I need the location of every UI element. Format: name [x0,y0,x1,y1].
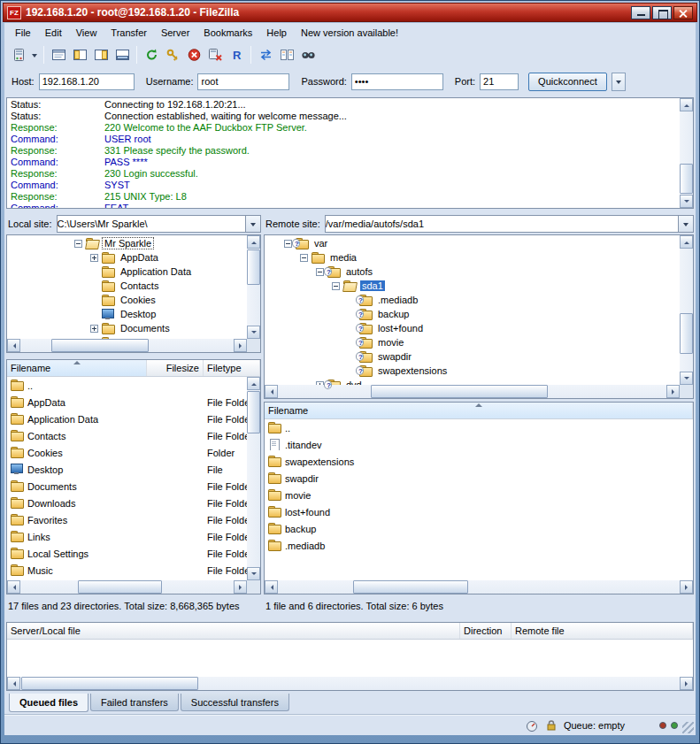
local-tree-vscrollbar[interactable] [247,235,260,339]
scroll-up-button[interactable] [247,377,260,390]
remote-list-hscrollbar[interactable] [265,580,693,594]
close-button[interactable] [673,6,693,19]
log-scrollbar[interactable] [680,98,693,208]
local-tree-item-documents[interactable]: Documents [7,321,247,335]
menu-item-help[interactable]: Help [259,25,294,41]
queue-column-header-remote-file[interactable]: Remote file [512,623,693,639]
title-bar[interactable]: 192.168.1.20 - root@192.168.1.20 - FileZ… [3,3,697,22]
toggle-remote-tree-button[interactable] [90,44,112,65]
disconnect-button[interactable] [204,44,226,65]
toggle-queue-button[interactable] [112,44,133,65]
local-site-combo[interactable] [57,215,261,233]
minimize-button[interactable] [631,6,650,19]
menu-item-view[interactable]: View [69,25,104,41]
scroll-down-button[interactable] [680,372,693,385]
queue-column-header-server-local-file[interactable]: Server/Local file [7,623,460,639]
tree-expander-minus-icon[interactable] [74,240,82,248]
tree-expander-minus-icon[interactable] [316,268,324,276]
menu-item-bookmarks[interactable]: Bookmarks [196,25,259,41]
local-tree-hscrollbar[interactable] [7,339,247,352]
local-file-row-application-data[interactable]: Application DataFile Folder [7,410,247,427]
scroll-left-button[interactable] [265,385,278,398]
scroll-down-button[interactable] [247,567,260,580]
scroll-up-button[interactable] [247,235,260,249]
process-queue-button[interactable] [162,44,183,65]
remote-tree-item-media[interactable]: media [265,250,680,265]
local-tree-item-application-data[interactable]: Application Data [7,265,247,279]
remote-tree-item-swapdir[interactable]: swapdir [265,349,680,364]
local-tree-item-mr-sparkle[interactable]: Mr Sparkle [7,236,247,250]
scroll-left-button[interactable] [7,580,20,594]
site-manager-button[interactable] [8,44,29,65]
host-input[interactable] [39,73,135,90]
password-input[interactable] [351,73,443,90]
menu-item-new-version-available[interactable]: New version available! [294,25,405,41]
remote-file-row-movie[interactable]: movie [265,487,693,503]
scroll-thumb[interactable] [680,164,693,194]
resize-grip[interactable] [682,722,694,733]
remote-column-header-filename[interactable]: Filename [265,403,693,418]
speed-limits-icon[interactable] [525,719,539,732]
tree-expander-minus-icon[interactable] [284,240,292,248]
scroll-thumb[interactable] [21,677,198,690]
local-file-row-contacts[interactable]: ContactsFile Folder [7,427,247,444]
scroll-thumb[interactable] [353,580,468,594]
remote-site-dropdown-button[interactable] [679,215,694,233]
directory-comparison-button[interactable] [276,44,297,65]
remote-tree-item-movie[interactable]: movie [265,335,680,349]
local-column-header-filetype[interactable]: Filetype [204,360,260,376]
remote-site-combo[interactable] [325,215,694,233]
scroll-down-button[interactable] [680,195,693,208]
maximize-button[interactable] [652,6,672,19]
quickconnect-button[interactable]: Quickconnect [528,73,607,91]
local-column-header-filename[interactable]: Filename [7,360,147,376]
local-site-dropdown-button[interactable] [246,215,261,233]
remote-file-row-mediadb[interactable]: .mediadb [265,537,693,554]
scroll-up-button[interactable] [680,98,693,111]
tree-expander-minus-icon[interactable] [300,254,308,262]
scroll-thumb[interactable] [78,580,162,594]
remote-tree-item-autofs[interactable]: autofs [265,265,680,279]
scroll-down-button[interactable] [247,326,260,339]
menu-item-server[interactable]: Server [154,25,196,41]
scroll-thumb[interactable] [247,391,260,433]
local-file-row-favorites[interactable]: FavoritesFile Folder [7,511,247,528]
tree-expander-minus-icon[interactable] [332,282,340,290]
local-column-header-filesize[interactable]: Filesize [147,360,204,376]
remote-tree-item-sda1[interactable]: sda1 [265,279,680,293]
queue-hscrollbar[interactable] [7,677,693,690]
local-file-row-appdata[interactable]: AppDataFile Folder [7,394,247,410]
port-input[interactable] [480,73,519,90]
local-tree-item-cookies[interactable]: Cookies [7,293,247,307]
refresh-button[interactable] [141,44,162,65]
scroll-thumb[interactable] [371,385,548,398]
remote-file-row-lost-found[interactable]: lost+found [265,503,693,520]
remote-file-row-swapdir[interactable]: swapdir [265,470,693,487]
toggle-log-button[interactable] [48,44,69,65]
reconnect-button[interactable]: R [226,44,247,65]
local-file-row-downloads[interactable]: DownloadsFile Folder [7,495,247,511]
remote-file-row-titandev[interactable]: .titandev [265,436,693,453]
scroll-thumb[interactable] [51,339,149,352]
remote-file-row-backup[interactable]: backup [265,520,693,537]
local-file-row-local-settings[interactable]: Local SettingsFile Folder [7,545,247,562]
scroll-left-button[interactable] [265,580,278,594]
local-tree-item-contacts[interactable]: Contacts [7,279,247,293]
tab-failed-transfers[interactable]: Failed transfers [90,694,179,711]
scroll-thumb[interactable] [247,249,260,285]
tab-successful-transfers[interactable]: Successful transfers [181,694,289,711]
scroll-right-button[interactable] [680,580,693,594]
menu-item-file[interactable]: File [8,25,38,41]
tree-expander-plus-icon[interactable] [90,254,98,262]
remote-tree-item-swapextensions[interactable]: swapextensions [265,364,680,378]
remote-site-path-input[interactable] [325,215,679,233]
local-list-vscrollbar[interactable] [247,377,260,580]
local-file-row-music[interactable]: MusicFile Folder [7,562,247,579]
find-files-button[interactable] [297,44,319,65]
queue-column-header-direction[interactable]: Direction [460,623,512,639]
remote-file-row-parent-directory[interactable]: .. [265,419,693,436]
local-site-path-input[interactable] [57,215,246,233]
local-file-row-desktop[interactable]: DesktopFile [7,461,247,478]
scroll-right-button[interactable] [234,580,247,594]
scroll-left-button[interactable] [7,339,20,352]
